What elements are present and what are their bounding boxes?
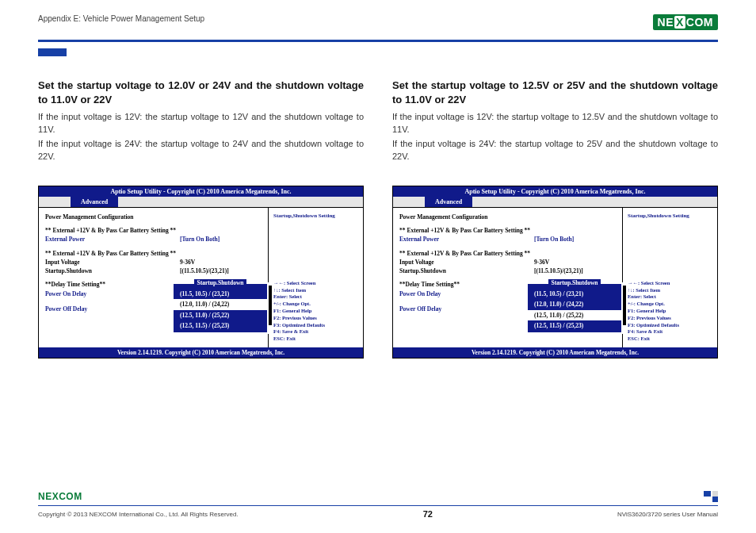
- bios-input-voltage-label: Input Voltage: [45, 258, 180, 266]
- bios-screenshot-right: Aptio Setup Utility - Copyright (C) 2010…: [392, 186, 718, 359]
- corner-mark-icon: [704, 491, 718, 502]
- bios-popup-option-3[interactable]: (12.5, 11.5) / (25,23): [174, 320, 267, 331]
- page-number: 72: [423, 509, 433, 519]
- right-paragraph-2: If the input voltage is 24V: the startup…: [392, 138, 718, 163]
- header-rule: [38, 40, 718, 42]
- bios-popup-option-0[interactable]: (11.5, 10.5) / (23,21): [174, 289, 267, 299]
- left-column: Set the startup voltage to 12.0V or 24V …: [38, 79, 364, 533]
- left-paragraph-2: If the input voltage is 24V: the startup…: [38, 138, 364, 163]
- bios-popup-r-option-2[interactable]: (12.5, 11.0) / (25,22): [528, 310, 621, 320]
- right-column: Set the startup voltage to 12.5V or 25V …: [392, 79, 718, 533]
- bios-startup-shutdown-label[interactable]: Startup.Shutdown: [45, 266, 180, 275]
- bios-input-voltage-value: 9-36V: [180, 258, 195, 266]
- bios-screenshot-left: Aptio Setup Utility - Copyright (C) 2010…: [38, 186, 364, 359]
- bios-popup-left[interactable]: Startup.Shutdown (11.5, 10.5) / (23,21) …: [172, 282, 269, 334]
- bios-help-list: →←: Select Screen ↑↓: Select Item Enter:…: [273, 280, 360, 343]
- bios-tab-advanced-r[interactable]: Advanced: [425, 197, 472, 207]
- bios-section-header: Power Management Configuration: [45, 213, 262, 221]
- nexcom-logo: NEXCOM: [653, 14, 718, 30]
- bios-popup-r-option-3[interactable]: (12.5, 11.5) / (25,23): [528, 320, 621, 331]
- bios-popup-r-option-0[interactable]: (11.5, 10.5) / (23,21): [528, 289, 621, 299]
- bios-title: Aptio Setup Utility - Copyright (C) 2010…: [39, 186, 363, 197]
- page-header: Appendix E: Vehicle Power Management Set…: [38, 14, 718, 36]
- bios-tabs-r: Advanced: [393, 197, 717, 208]
- footer-manual: NViS3620/3720 series User Manual: [617, 511, 718, 518]
- bios-title-r: Aptio Setup Utility - Copyright (C) 2010…: [393, 186, 717, 197]
- bios-right-pane-r: Startup,Shutdown Setting →←: Select Scre…: [622, 208, 717, 347]
- left-paragraph-1: If the input voltage is 12V: the startup…: [38, 111, 364, 136]
- bios-right-pane: Startup,Shutdown Setting →←: Select Scre…: [268, 208, 363, 347]
- bios-popup-option-1[interactable]: (12.0, 11.0) / (24,22): [174, 299, 267, 309]
- bios-footer: Version 2.14.1219. Copyright (C) 2010 Am…: [39, 347, 363, 358]
- bios-popup-option-2[interactable]: (12.5, 11.0) / (25,22): [174, 310, 267, 320]
- bios-tabs: Advanced: [39, 197, 363, 208]
- appendix-title: Appendix E: Vehicle Power Management Set…: [38, 14, 204, 23]
- bios-external-power-label[interactable]: External Power: [45, 235, 180, 243]
- right-paragraph-1: If the input voltage is 12V: the startup…: [392, 111, 718, 136]
- bios-popup-r-option-1[interactable]: (12.0, 11.0) / (24,22): [528, 299, 621, 309]
- page-footer: NEXCOM Copyright © 2013 NEXCOM Internati…: [38, 491, 718, 519]
- header-tab-mark: [38, 48, 67, 56]
- bios-tab-advanced[interactable]: Advanced: [71, 197, 118, 207]
- bios-startup-shutdown-value: [(11.5.10.5)/(23,21)]: [180, 266, 229, 275]
- right-section-title: Set the startup voltage to 12.5V or 25V …: [392, 79, 718, 106]
- bios-popup-right[interactable]: Startup.Shutdown (11.5, 10.5) / (23,21) …: [526, 282, 623, 334]
- bios-left-pane-r: Power Management Configuration ** Extern…: [393, 208, 622, 347]
- bios-left-pane: Power Management Configuration ** Extern…: [39, 208, 268, 347]
- footer-logo: NEXCOM: [38, 491, 82, 502]
- bios-external-power-value: [Turn On Both]: [180, 235, 220, 243]
- left-section-title: Set the startup voltage to 12.0V or 24V …: [38, 79, 364, 106]
- footer-copyright: Copyright © 2013 NEXCOM International Co…: [38, 511, 239, 518]
